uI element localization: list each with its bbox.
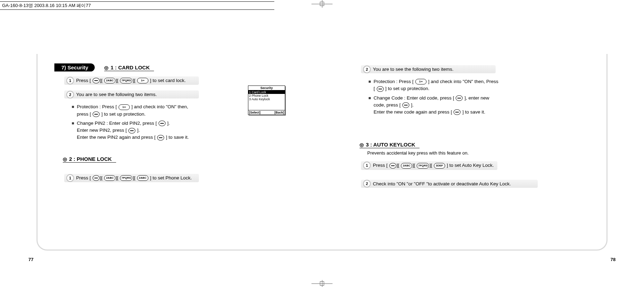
crop-mark-top <box>311 0 333 8</box>
text: ] to set up protection. <box>101 111 146 117</box>
left-column: 7) Security 1 : CARD LOCK 1 Press [ ][ 2… <box>52 61 296 246</box>
page-number-left: 77 <box>28 257 33 262</box>
text: Press [ <box>76 78 91 83</box>
menu-key-icon <box>454 109 461 115</box>
softkey-left: [Select] <box>249 111 261 114</box>
text: ]. <box>411 102 414 108</box>
key-7-icon: 7PQRS <box>417 163 429 169</box>
right-column: 2 You are to see the following two items… <box>338 61 592 246</box>
text: Change PIN2 : Enter old PIN2, press [ <box>77 121 157 126</box>
text: ] to set Auto Key Lock. <box>447 163 494 168</box>
key-7-icon: 7PQRS <box>120 175 132 181</box>
key-3-icon: 3DEF <box>434 163 445 169</box>
cardlock-step1: 1 Press [ ][ 2ABC][ 7PQRS][ 1∞ ] to set … <box>64 76 199 85</box>
page-number-right: 78 <box>611 257 616 262</box>
screen-item-selected: 1 Card Lock <box>248 90 285 94</box>
menu-key-icon <box>93 111 100 117</box>
screen-item: 2 Phone Lock <box>248 94 285 97</box>
page-frame: 7) Security 1 : CARD LOCK 1 Press [ ][ 2… <box>8 13 636 255</box>
key-7-icon: 7PQRS <box>120 78 132 83</box>
text: [ <box>374 86 375 91</box>
phonelock-step2: 2 You are to see the following two items… <box>361 65 496 73</box>
phone-screen-mock: Security 1 Card Lock 2 Phone Lock 3 Auto… <box>248 86 285 115</box>
menu-key-icon <box>93 78 100 83</box>
section-pill: 7) Security <box>54 63 95 71</box>
auto-keylock-desc: Prevents accidental key press with this … <box>367 150 592 156</box>
autokeylock-step1: 1 Press [ ][ 2ABC][ 7PQRS][ 3DEF ] to se… <box>361 161 497 170</box>
key-1-icon: 1∞ <box>415 79 427 84</box>
key-1-icon: 1∞ <box>119 104 130 110</box>
key-2-icon: 2ABC <box>137 175 148 181</box>
text: Enter the new code again and press [ <box>374 109 452 115</box>
crop-mark-bottom <box>311 280 333 287</box>
text: You are to see the following two items. <box>76 92 157 97</box>
text: Press [ <box>373 163 388 168</box>
menu-key-icon <box>157 135 164 141</box>
text: ] to set card lock. <box>150 78 186 83</box>
text: ] and check into "ON" then, <box>132 104 188 109</box>
menu-key-icon <box>389 163 396 169</box>
menu-key-icon <box>377 86 384 92</box>
step-number: 2 <box>66 91 74 98</box>
step-number: 2 <box>363 66 371 73</box>
cardlock-bullet-changepin2: Change PIN2 : Enter old PIN2, press [ ].… <box>72 120 296 141</box>
text: Change Code : Enter old code, press [ <box>374 95 454 101</box>
menu-key-icon <box>128 128 135 134</box>
text: ] and check into "ON" then, Press <box>428 79 498 84</box>
screen-item: 3 Auto Keylock <box>248 97 285 101</box>
text: ], enter new <box>464 95 489 101</box>
step-number: 1 <box>66 174 74 182</box>
key-2-icon: 2ABC <box>104 78 115 83</box>
text: ]. <box>167 121 170 126</box>
text: code, press [ <box>374 102 401 108</box>
menu-key-icon <box>159 121 166 126</box>
text: ] to set Phone Lock. <box>150 175 192 180</box>
heading-auto-keylock: 3 : AUTO KEYLOCK <box>360 142 420 148</box>
text: press [ <box>77 111 91 117</box>
heading-phone-lock: 2 : PHONE LOCK <box>63 156 116 163</box>
content-panel: 7) Security 1 : CARD LOCK 1 Press [ ][ 2… <box>36 54 608 251</box>
key-2-icon: 2ABC <box>104 175 115 181</box>
step-number: 2 <box>363 180 371 187</box>
menu-key-icon <box>402 102 409 108</box>
text: Protection : Press [ <box>374 79 414 84</box>
text: Press [ <box>76 175 91 180</box>
menu-key-icon <box>456 95 463 101</box>
screen-title: Security <box>248 86 285 90</box>
text: ]. <box>137 128 140 133</box>
key-1-icon: 1∞ <box>137 78 148 83</box>
text: ] to set up protection. <box>385 86 429 91</box>
phonelock-step1: 1 Press [ ][ 2ABC][ 7PQRS][ 2ABC ] to se… <box>64 174 199 182</box>
cardlock-step2: 2 You are to see the following two items… <box>64 90 199 98</box>
step-number: 1 <box>363 162 371 169</box>
proof-header: GA-160-8-13영 2003.8.16 10:15 AM 페이77 <box>0 1 274 10</box>
menu-key-icon <box>93 175 100 181</box>
text: Enter the new PIN2 again and press [ <box>77 135 155 140</box>
phonelock-bullet-changecode: Change Code : Enter old code, press [ ],… <box>369 95 592 116</box>
text: Check into "ON "or "OFF "to activate or … <box>373 181 511 186</box>
text: You are to see the following two items. <box>373 67 454 72</box>
autokeylock-step2: 2 Check into "ON "or "OFF "to activate o… <box>361 180 538 188</box>
phonelock-bullet-protection: Protection : Press [ 1∞ ] and check into… <box>369 78 592 93</box>
text: Protection : Press [ <box>77 104 117 109</box>
step-number: 1 <box>66 77 74 84</box>
heading-card-lock: 1 : CARD LOCK <box>104 64 154 71</box>
text: Enter new PIN2, press [ <box>77 128 127 133</box>
key-2-icon: 2ABC <box>401 163 412 169</box>
text: ] to save it. <box>462 109 485 115</box>
text: ] to save it. <box>166 135 189 140</box>
softkey-right: [Back] <box>274 111 284 114</box>
